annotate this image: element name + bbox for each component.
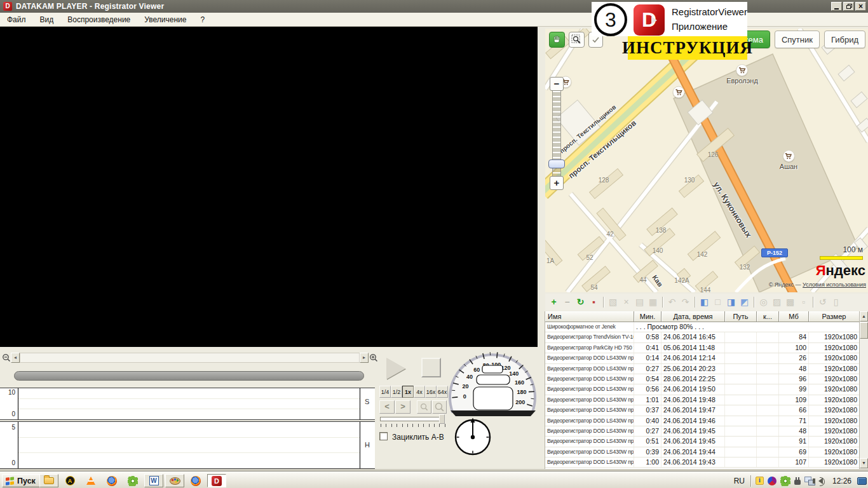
map-type-hybrid[interactable]: Гибрид	[824, 30, 865, 48]
terms-link[interactable]: Условия использования	[803, 281, 866, 288]
zoom-in-timeline-icon[interactable]	[369, 353, 379, 363]
zoom-out-video-button[interactable]	[417, 400, 431, 414]
timeline-scrollbar[interactable]	[20, 353, 360, 363]
position-slider-handle[interactable]	[439, 414, 445, 424]
toolbar-icon-refresh-list[interactable]: ↻	[574, 296, 587, 308]
show-desktop-icon[interactable]	[857, 477, 867, 485]
quick-apps: AWD	[39, 474, 226, 487]
taskbar-app-icq[interactable]	[123, 474, 142, 487]
cell-min: 0:14	[634, 353, 661, 363]
table-row[interactable]: Видеорегистратор DOD LS430W про..1:0024.…	[545, 458, 868, 468]
cell-name: Видеорегистратор DOD LS430W про..	[545, 353, 634, 363]
map-zoom-box-button[interactable]	[569, 32, 585, 48]
toolbar-icon-mask-3: ▩	[784, 296, 796, 308]
stats-icon[interactable]	[768, 477, 776, 485]
toolbar-icon-new-window[interactable]: ◧	[698, 296, 710, 308]
speed-1x[interactable]: 1x	[402, 386, 414, 398]
taskbar-app-word[interactable]: W	[144, 474, 163, 487]
table-scrollbar[interactable]: ▲ ▼	[859, 311, 868, 469]
table-scroll-down[interactable]: ▼	[860, 458, 868, 468]
toolbar-icon-add-file[interactable]: +	[548, 296, 560, 308]
icq-tray-icon[interactable]	[780, 476, 790, 486]
table-row[interactable]: Видеорегистратор TrendVision TV-10.0:582…	[545, 332, 868, 342]
power-icon[interactable]	[794, 480, 801, 485]
table-row[interactable]: Видеорегистратор DOD LS430W про..0:5624.…	[545, 384, 868, 395]
taskbar-app-firefox[interactable]	[102, 474, 121, 487]
timeline-scroll-left[interactable]: ◂	[11, 353, 20, 363]
table-row[interactable]: Видеорегистратор DOD LS430W про..0:1424.…	[545, 353, 868, 363]
column-header-name[interactable]: Имя	[545, 311, 634, 322]
position-slider[interactable]	[380, 417, 445, 421]
taskbar-app-explorer[interactable]	[39, 474, 58, 487]
toolbar-icon-more[interactable]: ▪	[588, 296, 600, 308]
table-scroll-up[interactable]: ▲	[860, 311, 868, 322]
updates-icon[interactable]: i	[756, 477, 764, 485]
cell-mb: 71	[779, 416, 809, 426]
yandex-map[interactable]: просп. Текстильщиковпросп. Текстильщиков…	[545, 29, 868, 292]
column-header-k[interactable]: к...	[757, 311, 779, 322]
column-header-mb[interactable]: Мб	[779, 311, 809, 322]
prev-file-button[interactable]: <	[379, 400, 395, 414]
table-row[interactable]: Видеорегистратор DOD LS430W про..0:5428.…	[545, 374, 868, 384]
taskbar-app-aimp[interactable]: A	[60, 474, 79, 487]
menu-Воспроизведение[interactable]: Воспроизведение	[60, 13, 137, 26]
stop-button[interactable]	[421, 358, 441, 377]
column-header-path[interactable]: Путь	[725, 311, 757, 322]
svg-text:40: 40	[466, 374, 473, 380]
column-header-size[interactable]: Размер	[809, 311, 860, 322]
close-button[interactable]: ×	[855, 2, 866, 11]
menu-Вид[interactable]: Вид	[33, 13, 61, 26]
menu-Файл[interactable]: Файл	[0, 13, 33, 26]
table-row[interactable]: Видеорегистратор DOD LS430W про..0:3924.…	[545, 447, 868, 458]
table-row[interactable]: Широкоформатное от Jenek. . . Просмотр 8…	[545, 322, 868, 332]
table-scroll-thumb[interactable]	[860, 322, 868, 339]
table-row[interactable]: Видеорегистратор DOD LS430W про..0:3724.…	[545, 405, 868, 416]
taskbar-app-firefox2[interactable]	[186, 474, 205, 487]
toolbar-icon-undo: ↶	[666, 296, 678, 308]
zoom-out-timeline-icon[interactable]	[2, 353, 11, 363]
zoom-in-video-button[interactable]	[432, 400, 447, 414]
timeline-scroll-right[interactable]: ▸	[360, 353, 369, 363]
taskbar-app-paint[interactable]	[165, 474, 184, 487]
map-zoom-in-button[interactable]: +	[550, 176, 564, 190]
table-row[interactable]: Видеорегистратор ParkCity HD 750 т.0:410…	[545, 343, 868, 353]
toolbar-icon-tile-view[interactable]: ◩	[738, 296, 750, 308]
menu-Увеличение[interactable]: Увеличение	[137, 13, 193, 26]
table-row[interactable]: Видеорегистратор DOD LS430W про..0:5124.…	[545, 437, 868, 447]
speed-16x[interactable]: 16x	[425, 386, 437, 398]
column-header-dt[interactable]: Дата, время	[661, 311, 725, 322]
restore-button[interactable]	[843, 2, 854, 11]
loop-ab-checkbox[interactable]	[379, 432, 388, 440]
map-type-satellite[interactable]: Спутник	[775, 30, 820, 48]
taskbar-app-datakam[interactable]: D	[207, 474, 226, 487]
timeline-progress-bar[interactable]	[14, 371, 364, 381]
volume-icon[interactable]	[818, 478, 823, 484]
toolbar-icon-remove-file[interactable]: −	[561, 296, 573, 308]
menu-?[interactable]: ?	[193, 13, 212, 26]
minimize-button[interactable]	[831, 2, 842, 11]
toolbar-separator	[603, 297, 604, 308]
cell-min: 0:37	[634, 405, 661, 415]
cell-mb: 100	[779, 343, 809, 353]
toolbar-icon-cascade-view[interactable]: ◨	[725, 296, 737, 308]
speed-1/4[interactable]: 1/4	[379, 386, 391, 398]
speed-4x[interactable]: 4x	[414, 386, 425, 398]
speed-1/2[interactable]: 1/2	[391, 386, 402, 398]
language-indicator[interactable]: RU	[734, 477, 745, 485]
taskbar-clock: 12:26	[832, 477, 851, 485]
map-pan-button[interactable]	[549, 32, 565, 48]
next-file-button[interactable]: >	[395, 400, 410, 414]
table-row[interactable]: Видеорегистратор DOD LS430W про..0:2724.…	[545, 426, 868, 437]
cell-k	[757, 332, 779, 342]
table-row[interactable]: Видеорегистратор DOD LS430W про..0:2725.…	[545, 364, 868, 374]
taskbar-app-vlc[interactable]	[81, 474, 100, 487]
svg-text:0: 0	[463, 393, 466, 400]
column-header-min[interactable]: Мин.	[634, 311, 661, 322]
table-row[interactable]: Видеорегистратор DOD LS430W про..0:4024.…	[545, 416, 868, 426]
map-zoom-handle[interactable]	[548, 159, 565, 168]
play-button[interactable]	[386, 358, 405, 379]
start-button[interactable]: Пуск	[2, 474, 41, 487]
cell-size: 1920x1080	[809, 458, 860, 467]
table-row[interactable]: Видеорегистратор DOD LS430W про..1:0124.…	[545, 395, 868, 405]
map-zoom-out-button[interactable]: −	[550, 77, 564, 91]
